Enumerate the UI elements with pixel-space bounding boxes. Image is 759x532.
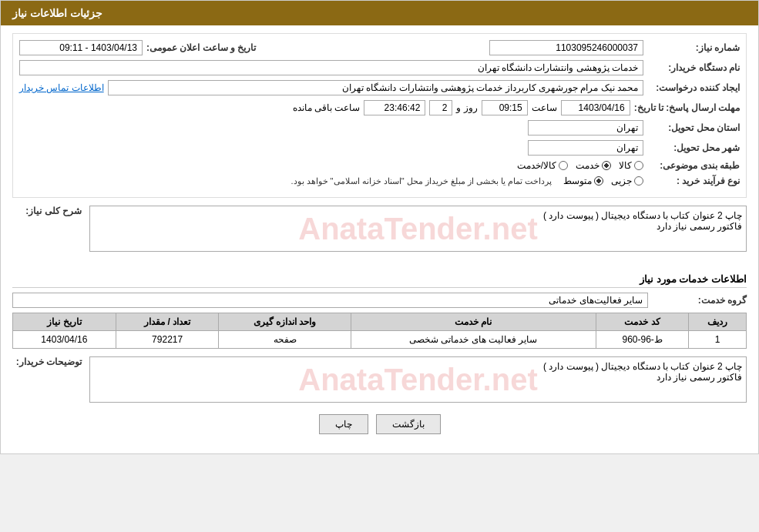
tozihat-label: توضیحات خریدار: bbox=[12, 356, 82, 367]
ejad-link[interactable]: اطلاعات تماس خریدار bbox=[19, 82, 104, 93]
mohlat-date: 1403/04/16 bbox=[561, 100, 630, 115]
cell-radif: 1 bbox=[689, 331, 747, 349]
tarikh-label: تاریخ و ساعت اعلان عمومی: bbox=[146, 42, 256, 53]
col-name: نام خدمت bbox=[351, 313, 596, 331]
group-row: گروه خدمت: سایر فعالیت‌های خدماتی bbox=[12, 293, 747, 308]
tabaqe-kala-khedmat: کالا/خدمت bbox=[517, 160, 568, 171]
col-unit: واحد اندازه گیری bbox=[219, 313, 351, 331]
row-shomara: شماره نیاز: 1103095246000037 تاریخ و ساع… bbox=[19, 40, 740, 55]
ostan-label: استان محل تحویل: bbox=[647, 122, 740, 133]
shomara-value: 1103095246000037 bbox=[489, 40, 643, 55]
print-button[interactable]: چاپ bbox=[319, 414, 368, 434]
page-wrapper: جزئیات اطلاعات نیاز شماره نیاز: 11030952… bbox=[0, 0, 759, 454]
services-table: ردیف کد خدمت نام خدمت واحد اندازه گیری ت… bbox=[12, 313, 747, 349]
mohlat-rooz: 2 bbox=[429, 100, 452, 115]
shrh-box: AnataTender.net چاپ 2 عنوان کتاب با دستگ… bbox=[89, 206, 747, 252]
back-button[interactable]: بازگشت bbox=[376, 414, 441, 434]
info-section: شماره نیاز: 1103095246000037 تاریخ و ساع… bbox=[12, 33, 747, 198]
shrh-text: چاپ 2 عنوان کتاب با دستگاه دیجیتال ( پیو… bbox=[543, 210, 742, 232]
mohlat-baqi: 23:46:42 bbox=[364, 100, 425, 115]
cell-count: 792217 bbox=[116, 331, 219, 349]
row-mohlat: مهلت ارسال پاسخ: تا تاریخ: 1403/04/16 سا… bbox=[19, 100, 740, 115]
mohlat-label: مهلت ارسال پاسخ: تا تاریخ: bbox=[634, 102, 740, 113]
tozihat-text: چاپ 2 عنوان کتاب با دستگاه دیجیتال ( پیو… bbox=[543, 361, 742, 383]
row-ostan: استان محل تحویل: تهران bbox=[19, 120, 740, 136]
ejad-label: ایجاد کننده درخواست: bbox=[647, 82, 740, 93]
page-header: جزئیات اطلاعات نیاز bbox=[1, 1, 758, 25]
shrh-section: AnataTender.net چاپ 2 عنوان کتاب با دستگ… bbox=[12, 206, 747, 267]
group-label: گروه خدمت: bbox=[654, 295, 747, 306]
cell-code: ط-96-960 bbox=[596, 331, 688, 349]
shrh-row: AnataTender.net چاپ 2 عنوان کتاب با دستگ… bbox=[12, 206, 747, 252]
row-ejad: ایجاد کننده درخواست: محمد نیک مرام جورشه… bbox=[19, 80, 740, 95]
noue-jozi-label: جزیی bbox=[611, 176, 632, 186]
radio-kala-icon bbox=[634, 161, 643, 170]
shrh-label: شرح کلی نیاز: bbox=[12, 206, 82, 216]
khadamat-title: اطلاعات خدمات مورد نیاز bbox=[12, 273, 747, 288]
noue-options: جزیی متوسط bbox=[563, 176, 643, 186]
radio-mottavas-icon bbox=[594, 176, 603, 186]
tabaqe-khedmat-label: خدمت bbox=[576, 160, 599, 171]
dastgah-label: نام دستگاه خریدار: bbox=[647, 62, 740, 73]
tarikh-value: 1403/04/13 - 09:11 bbox=[19, 40, 143, 55]
radio-khedmat-icon bbox=[602, 161, 611, 170]
table-row: 1ط-96-960سایر فعالیت های خدماتی شخصیصفحه… bbox=[13, 331, 747, 349]
mohlat-baqi-label: ساعت باقی مانده bbox=[293, 102, 361, 113]
shahr-label: شهر محل تحویل: bbox=[647, 142, 740, 153]
tozihat-watermark: AnataTender.net bbox=[298, 363, 537, 397]
noue-mottavas-label: متوسط bbox=[563, 176, 592, 186]
cell-date: 1403/04/16 bbox=[13, 331, 116, 349]
radio-kala-khedmat-icon bbox=[559, 161, 568, 170]
shomara-label: شماره نیاز: bbox=[647, 42, 740, 53]
khadamat-section: اطلاعات خدمات مورد نیاز گروه خدمت: سایر … bbox=[12, 273, 747, 349]
row-noue: نوع فرآیند خرید : جزیی متوسط پرداخت تمام… bbox=[19, 176, 740, 186]
tabaqe-kala-khedmat-label: کالا/خدمت bbox=[517, 160, 556, 171]
ejad-value: محمد نیک مرام جورشهری کاربرداز خدمات پژو… bbox=[108, 80, 643, 95]
col-count: تعداد / مقدار bbox=[116, 313, 219, 331]
radio-jozi-icon bbox=[634, 176, 643, 186]
tabaqe-options: کالا خدمت کالا/خدمت bbox=[517, 160, 643, 171]
tabaqe-kala: کالا bbox=[619, 160, 643, 171]
row-dastgah: نام دستگاه خریدار: خدمات پژوهشی وانتشارا… bbox=[19, 60, 740, 75]
tozihat-section: AnataTender.net چاپ 2 عنوان کتاب با دستگ… bbox=[12, 356, 747, 403]
button-row: بازگشت چاپ bbox=[12, 414, 747, 434]
cell-unit: صفحه bbox=[219, 331, 351, 349]
noue-description: پرداخت تمام یا بخشی از مبلغ خریداز محل "… bbox=[291, 176, 552, 186]
mohlat-time-label: ساعت bbox=[532, 102, 557, 113]
row-tabaqe: طبقه بندی موضوعی: کالا خدمت کالا/خدمت bbox=[19, 160, 740, 171]
page-title: جزئیات اطلاعات نیاز bbox=[12, 7, 102, 19]
shahr-value: تهران bbox=[528, 140, 643, 156]
tabaqe-label: طبقه بندی موضوعی: bbox=[647, 160, 740, 171]
main-content: شماره نیاز: 1103095246000037 تاریخ و ساع… bbox=[1, 25, 758, 453]
noue-mottavas: متوسط bbox=[563, 176, 603, 186]
col-code: کد خدمت bbox=[596, 313, 688, 331]
group-value: سایر فعالیت‌های خدماتی bbox=[12, 293, 648, 308]
ostan-value: تهران bbox=[528, 120, 643, 136]
tozihat-box: AnataTender.net چاپ 2 عنوان کتاب با دستگ… bbox=[89, 356, 747, 403]
cell-name: سایر فعالیت های خدماتی شخصی bbox=[351, 331, 596, 349]
col-date: تاریخ نیاز bbox=[13, 313, 116, 331]
dastgah-value: خدمات پژوهشی وانتشارات دانشگاه تهران bbox=[19, 60, 643, 75]
noue-label: نوع فرآیند خرید : bbox=[647, 176, 740, 186]
watermark: AnataTender.net bbox=[298, 212, 537, 246]
mohlat-time: 09:15 bbox=[482, 100, 528, 115]
tabaqe-khedmat: خدمت bbox=[576, 160, 611, 171]
row-shahr: شهر محل تحویل: تهران bbox=[19, 140, 740, 156]
tabaqe-kala-label: کالا bbox=[619, 160, 632, 171]
noue-jozi: جزیی bbox=[611, 176, 643, 186]
mohlat-rooz-label: روز و bbox=[456, 102, 477, 113]
col-radif: ردیف bbox=[689, 313, 747, 331]
